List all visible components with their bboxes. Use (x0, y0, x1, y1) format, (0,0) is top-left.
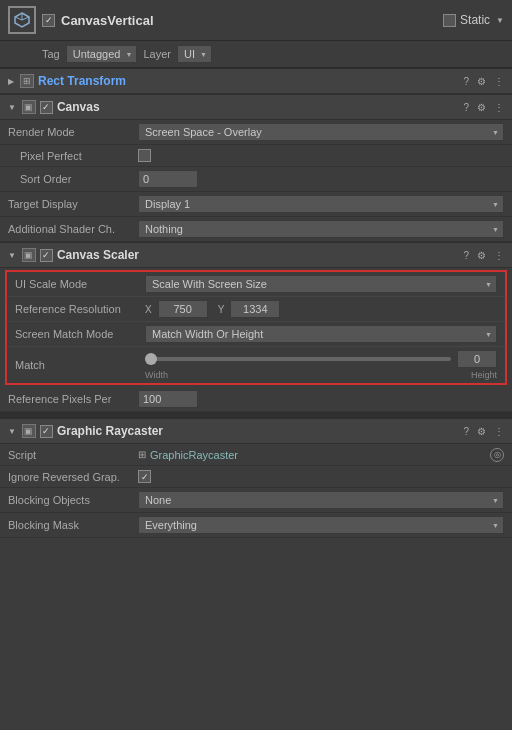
ui-scale-mode-dropdown[interactable]: Scale With Screen Size (145, 275, 497, 293)
sort-order-value (138, 170, 504, 188)
target-display-value: Display 1 (138, 195, 504, 213)
tag-dropdown[interactable]: Untagged (66, 45, 138, 63)
canvas-active-checkbox[interactable] (40, 101, 53, 114)
graphic-raycaster-header: ▼ ▣ Graphic Raycaster ? ⚙ ⋮ (0, 418, 512, 444)
pixel-perfect-value (138, 149, 504, 162)
match-slider-track[interactable] (145, 357, 451, 361)
svg-line-2 (22, 17, 29, 20)
reference-resolution-value: X Y (145, 300, 497, 318)
script-link[interactable]: GraphicRaycaster (150, 449, 238, 461)
layer-dropdown[interactable]: UI (177, 45, 212, 63)
canvas-props: Render Mode Screen Space - Overlay Pixel… (0, 120, 512, 242)
canvas-scaler-active-checkbox[interactable] (40, 249, 53, 262)
canvas-scaler-header: ▼ ▣ Canvas Scaler ? ⚙ ⋮ (0, 242, 512, 268)
render-mode-value: Screen Space - Overlay (138, 123, 504, 141)
graphic-raycaster-settings[interactable]: ⚙ (477, 426, 486, 437)
ui-scale-mode-value: Scale With Screen Size (145, 275, 497, 293)
rect-transform-title: Rect Transform (38, 74, 459, 88)
canvas-actions: ? ⚙ ⋮ (463, 102, 504, 113)
screen-match-mode-value: Match Width Or Height (145, 325, 497, 343)
ref-pixels-row: Reference Pixels Per (0, 387, 512, 412)
rect-transform-settings[interactable]: ⚙ (477, 76, 486, 87)
blocking-mask-row: Blocking Mask Everything (0, 513, 512, 538)
canvas-scaler-settings[interactable]: ⚙ (477, 250, 486, 261)
object-icon (8, 6, 36, 34)
rect-transform-triangle[interactable]: ▶ (8, 77, 14, 86)
object-active-checkbox[interactable] (42, 14, 55, 27)
match-label: Match (15, 359, 145, 371)
x-label: X (145, 304, 152, 315)
ignore-reversed-value (138, 470, 504, 483)
script-circle-button[interactable]: ◎ (490, 448, 504, 462)
target-display-row: Target Display Display 1 (0, 192, 512, 217)
width-label: Width (145, 370, 168, 380)
script-label: Script (8, 449, 138, 461)
ref-pixels-input[interactable] (138, 390, 198, 408)
ref-pixels-value (138, 390, 504, 408)
static-area: Static ▼ (443, 13, 504, 27)
graphic-raycaster-active-checkbox[interactable] (40, 425, 53, 438)
canvas-menu[interactable]: ⋮ (494, 102, 504, 113)
height-label: Height (471, 370, 497, 380)
additional-shader-dropdown[interactable]: Nothing (138, 220, 504, 238)
top-bar: CanvasVertical Static ▼ (0, 0, 512, 41)
sort-order-row: Sort Order (0, 167, 512, 192)
graphic-raycaster-help[interactable]: ? (463, 426, 469, 437)
rect-transform-icon: ⊞ (20, 74, 34, 88)
ui-scale-mode-label: UI Scale Mode (15, 278, 145, 290)
svg-line-3 (15, 17, 22, 20)
canvas-scaler-icon: ▣ (22, 248, 36, 262)
target-display-dropdown[interactable]: Display 1 (138, 195, 504, 213)
graphic-raycaster-menu[interactable]: ⋮ (494, 426, 504, 437)
blocking-objects-label: Blocking Objects (8, 494, 138, 506)
screen-match-mode-label: Screen Match Mode (15, 328, 145, 340)
graphic-raycaster-triangle[interactable]: ▼ (8, 427, 16, 436)
slider-labels: Width Height (145, 370, 497, 380)
reference-resolution-label: Reference Resolution (15, 303, 145, 315)
sort-order-input[interactable] (138, 170, 198, 188)
ignore-reversed-checkbox[interactable] (138, 470, 151, 483)
canvas-scaler-extra: Reference Pixels Per (0, 387, 512, 412)
canvas-help[interactable]: ? (463, 102, 469, 113)
additional-shader-value: Nothing (138, 220, 504, 238)
ref-x-input[interactable] (158, 300, 208, 318)
xy-inputs: X Y (145, 300, 280, 318)
render-mode-row: Render Mode Screen Space - Overlay (0, 120, 512, 145)
canvas-triangle[interactable]: ▼ (8, 103, 16, 112)
ref-pixels-label: Reference Pixels Per (8, 393, 138, 405)
pixel-perfect-label: Pixel Perfect (8, 150, 138, 162)
ignore-reversed-label: Ignore Reversed Grap. (8, 471, 138, 483)
blocking-objects-dropdown[interactable]: None (138, 491, 504, 509)
additional-shader-row: Additional Shader Ch. Nothing (0, 217, 512, 242)
match-slider-thumb[interactable] (145, 353, 157, 365)
pixel-perfect-checkbox[interactable] (138, 149, 151, 162)
ref-y-input[interactable] (230, 300, 280, 318)
blocking-objects-value: None (138, 491, 504, 509)
canvas-icon: ▣ (22, 100, 36, 114)
canvas-scaler-menu[interactable]: ⋮ (494, 250, 504, 261)
tag-label: Tag (42, 48, 60, 60)
canvas-header: ▼ ▣ Canvas ? ⚙ ⋮ (0, 94, 512, 120)
blocking-mask-value: Everything (138, 516, 504, 534)
reference-resolution-row: Reference Resolution X Y (7, 297, 505, 322)
canvas-scaler-triangle[interactable]: ▼ (8, 251, 16, 260)
canvas-scaler-help[interactable]: ? (463, 250, 469, 261)
match-value-input[interactable] (457, 350, 497, 368)
graphic-raycaster-actions: ? ⚙ ⋮ (463, 426, 504, 437)
canvas-settings[interactable]: ⚙ (477, 102, 486, 113)
screen-match-mode-dropdown[interactable]: Match Width Or Height (145, 325, 497, 343)
rect-transform-help[interactable]: ? (463, 76, 469, 87)
match-slider-row (145, 350, 497, 368)
render-mode-label: Render Mode (8, 126, 138, 138)
blocking-objects-row: Blocking Objects None (0, 488, 512, 513)
rect-transform-menu[interactable]: ⋮ (494, 76, 504, 87)
blocking-mask-dropdown[interactable]: Everything (138, 516, 504, 534)
static-checkbox[interactable] (443, 14, 456, 27)
render-mode-dropdown[interactable]: Screen Space - Overlay (138, 123, 504, 141)
pixel-perfect-row: Pixel Perfect (0, 145, 512, 167)
additional-shader-label: Additional Shader Ch. (8, 223, 138, 235)
script-row: Script ⊞ GraphicRaycaster ◎ (0, 444, 512, 466)
static-dropdown-arrow[interactable]: ▼ (496, 16, 504, 25)
match-slider-container: Width Height (145, 350, 497, 380)
canvas-scaler-title: Canvas Scaler (57, 248, 460, 262)
